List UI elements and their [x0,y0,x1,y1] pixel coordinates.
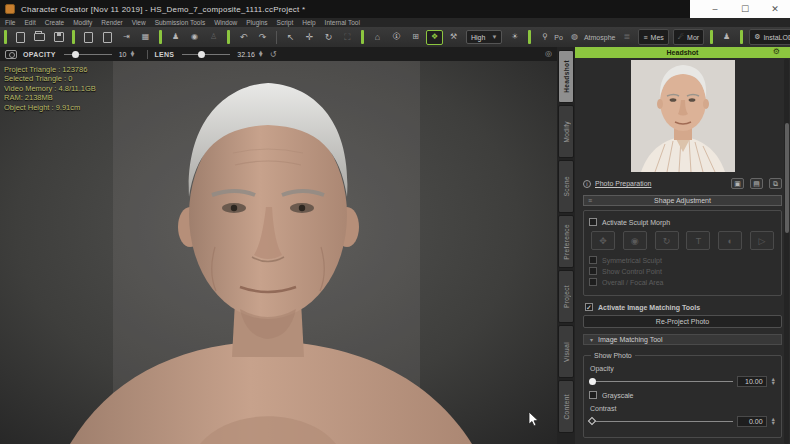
viewport-3d[interactable]: OPACITY 10 ▲▼ LENS 32.16 ▲▼ ↺ ◎ Project … [0,47,557,444]
lens-slider[interactable] [182,54,230,55]
contrast-slider[interactable] [589,421,733,422]
grayscale-row[interactable]: Grayscale [589,391,776,399]
info-panel-icon[interactable]: 🛈 [388,30,405,45]
tab-preference[interactable]: Preference [558,215,574,268]
render-image-icon[interactable]: ▦ [137,30,154,45]
viewport-options-icon[interactable]: ◎ [545,49,552,58]
gear-icon[interactable]: ⚙ [773,47,780,56]
mouse-cursor [528,411,539,427]
mesh-mode-button[interactable]: ≡ Mes [638,29,668,45]
opacity-slider[interactable] [64,54,112,55]
sculpt-text-button: T [686,231,710,250]
toolbar-separator [528,30,531,44]
grayscale-checkbox[interactable] [589,391,597,399]
save-project-icon[interactable] [50,30,67,45]
toolbar-separator [710,30,713,44]
instalod-button[interactable]: ⚙ InstaLOD ▾ [749,29,790,45]
rotate-tool-icon[interactable]: ↻ [320,30,337,45]
activate-image-matching-label: Activate Image Matching Tools [598,304,700,311]
pivot-display-icon[interactable]: ❖ [426,30,443,45]
morph-mode-button[interactable]: ☄ Mor [673,29,704,45]
menu-help[interactable]: Help [302,19,315,26]
contrast-stepper[interactable]: ▲▼ [771,418,776,425]
send-file-icon[interactable]: ⇥ [118,30,135,45]
frame-object-icon[interactable]: ⊞ [407,30,424,45]
morph-icon: ☄ [678,33,684,41]
menu-render[interactable]: Render [101,19,122,26]
new-project-icon[interactable] [12,30,29,45]
panel-scrollbar[interactable] [784,59,789,444]
menu-internal-tool[interactable]: Internal Tool [325,19,360,26]
bone-edit-icon[interactable]: ⚒ [445,30,462,45]
menu-plugins[interactable]: Plugins [246,19,267,26]
undo-icon[interactable]: ↶ [235,30,252,45]
menu-edit[interactable]: Edit [24,19,35,26]
pose-label: Po [554,34,563,41]
show-control-point-label: Show Control Point [602,268,662,275]
activate-sculpt-morph-checkbox[interactable] [589,218,597,226]
sculpt-play-button: ▷ [750,231,774,250]
mesh-icon: ≡ [643,34,647,41]
export-file-icon[interactable] [99,30,116,45]
opacity-stepper[interactable]: ▲▼ [130,51,136,58]
headshot-panel: Headshot ⚙ [575,47,790,444]
activate-sculpt-morph-row[interactable]: Activate Sculpt Morph [589,218,776,226]
quality-dropdown[interactable]: High ▼ [466,30,502,44]
focal-area-label: Overall / Focal Area [602,279,663,286]
character-a-icon[interactable]: ♟ [167,30,184,45]
close-button[interactable]: ✕ [760,0,790,18]
menu-view[interactable]: View [132,19,146,26]
tab-modify[interactable]: Modify [558,105,574,158]
pose-icon[interactable]: ⚲ [536,30,553,45]
maximize-button[interactable]: ☐ [730,0,760,18]
photo-preparation-row: i Photo Preparation ▣ ▤ ⧉ [583,178,782,189]
menu-script[interactable]: Script [277,19,294,26]
select-tool-icon[interactable]: ↖ [282,30,299,45]
photo-opacity-value[interactable]: 10.00 [737,376,767,387]
reproject-photo-button[interactable]: Re-Project Photo [583,315,782,328]
tab-project[interactable]: Project [558,270,574,323]
stat-object-height: Object Height : 9.91cm [4,103,96,112]
load-image-icon[interactable]: ▣ [731,178,744,189]
menu-file[interactable]: File [5,19,15,26]
import-file-icon[interactable] [80,30,97,45]
redo-icon[interactable]: ↷ [254,30,271,45]
menu-modify[interactable]: Modify [73,19,92,26]
lens-stepper[interactable]: ▲▼ [258,51,264,58]
shape-adjustment-header[interactable]: ≡ Shape Adjustment [583,195,782,206]
stat-ram: RAM: 2138MB [4,93,96,102]
tab-scene[interactable]: Scene [558,160,574,213]
tab-content[interactable]: Content [558,380,574,433]
tab-headshot[interactable]: Headshot [558,50,574,103]
menu-create[interactable]: Create [45,19,65,26]
stat-selected-triangle: Selected Triangle : 0 [4,74,96,83]
activate-image-matching-row[interactable]: ✓ Activate Image Matching Tools [585,303,782,311]
atmosphere-icon[interactable]: ◍ [566,30,583,45]
menu-window[interactable]: Window [214,19,237,26]
contrast-value[interactable]: 0.00 [737,416,767,427]
stat-video-memory: Video Memory : 4.8/11.1GB [4,84,96,93]
photo-preparation-link[interactable]: Photo Preparation [595,180,651,187]
panel-scrollbar-thumb[interactable] [785,123,789,233]
lens-reset-icon[interactable]: ↺ [270,50,277,59]
image-matching-tool-header[interactable]: ▾ Image Matching Tool [583,334,782,345]
show-control-point-row: Show Control Point [589,267,776,275]
minimize-button[interactable]: – [700,0,730,18]
photo-opacity-stepper[interactable]: ▲▼ [771,378,776,385]
menu-bar: File Edit Create Modify Render View Subm… [0,18,790,27]
home-camera-icon[interactable]: ⌂ [369,30,386,45]
activate-image-matching-checkbox[interactable]: ✓ [585,303,593,311]
save-image-icon[interactable]: ▤ [750,178,763,189]
add-character-icon[interactable]: ♟ [718,30,735,45]
photo-opacity-slider[interactable] [589,381,733,382]
activate-sculpt-morph-label: Activate Sculpt Morph [602,219,670,226]
character-b-icon[interactable]: ◉ [186,30,203,45]
lighting-icon[interactable]: ☀ [506,30,523,45]
move-tool-icon[interactable]: ✛ [301,30,318,45]
tab-visual[interactable]: Visual [558,325,574,378]
camera-icon[interactable] [5,50,17,59]
sync-image-icon[interactable]: ⧉ [769,178,782,189]
menu-submission-tools[interactable]: Submission Tools [155,19,205,26]
open-project-icon[interactable] [31,30,48,45]
window-controls: – ☐ ✕ [690,0,790,18]
